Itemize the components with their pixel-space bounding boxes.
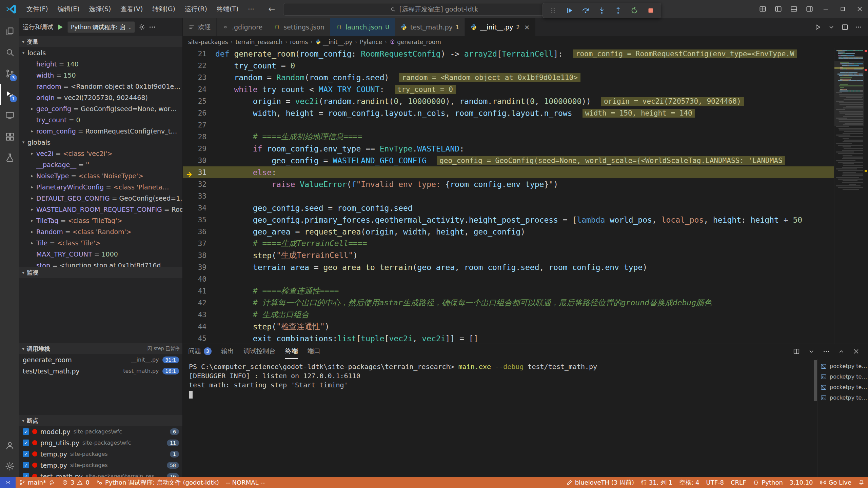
maximize-button[interactable] xyxy=(834,0,851,18)
menu-1[interactable]: 编辑(E) xyxy=(53,0,84,18)
code-line[interactable]: 33 xyxy=(183,190,834,202)
call-stack-section-header[interactable]: ▾ 调用堆栈 因 step 已暂停 xyxy=(19,343,182,354)
variable-row[interactable]: __package__='' xyxy=(19,159,182,170)
variable-row[interactable]: ▸TileTag=<class 'TileTag'> xyxy=(19,215,182,226)
code-line[interactable]: 36 geo_area = request_area(origin, width… xyxy=(183,226,834,238)
menu-5[interactable]: 运行(R) xyxy=(180,0,212,18)
code-line[interactable]: 41 # ====检查连通性==== xyxy=(183,285,834,297)
command-center[interactable]: [远程开发宿主] godot-ldtk xyxy=(283,3,585,16)
status-bell[interactable] xyxy=(855,477,868,488)
status-errors-3[interactable]: 30 xyxy=(58,477,93,488)
code-line[interactable]: 42 # 计算每一个出口的中心，然后使用astar生成路径，确保每一个出口组合都… xyxy=(183,297,834,309)
terminal[interactable]: PS C:\computer_science\godot-ldtk\site-p… xyxy=(183,359,814,477)
restart-button[interactable] xyxy=(627,4,642,17)
terminal-list-item[interactable]: pocketpy te… xyxy=(817,392,868,403)
variables-section-header[interactable]: ▾ 变量 xyxy=(19,36,182,47)
variable-row[interactable]: ▸room_config=RoomRequestConfig(env_t… xyxy=(19,125,182,137)
panel-tab-端口[interactable]: 端口 xyxy=(308,344,320,359)
chevron-down-button[interactable] xyxy=(825,18,837,36)
code-line[interactable]: 31 else: xyxy=(183,166,834,178)
tab-settings.json[interactable]: {}settings.json xyxy=(268,18,330,36)
activity-search[interactable] xyxy=(0,42,19,63)
back-icon[interactable]: ← xyxy=(268,4,275,14)
minimize-button[interactable] xyxy=(817,0,834,18)
menu-3[interactable]: 查看(V) xyxy=(116,0,148,18)
layout-sidebar-right-button[interactable] xyxy=(802,0,817,18)
status-braces-Python[interactable]: {}Python xyxy=(749,477,786,488)
step-into-button[interactable] xyxy=(594,4,609,17)
variable-row[interactable]: origin=vec2i(7205730, 9024468) xyxy=(19,92,182,103)
chevron-down-button[interactable] xyxy=(805,345,818,358)
code-line[interactable]: 23 random = Random(room_config.seed)rand… xyxy=(183,72,834,83)
status-text-3.10.10[interactable]: 3.10.10 xyxy=(786,477,816,488)
variable-row[interactable]: ▸Tile=<class 'Tile'> xyxy=(19,237,182,248)
status-remote-indicator[interactable] xyxy=(0,477,16,488)
code-line[interactable]: 22 try_count = 0 xyxy=(183,60,834,72)
activity-explorer[interactable] xyxy=(0,21,19,42)
split-editor-button[interactable] xyxy=(839,18,851,36)
step-out-button[interactable] xyxy=(611,4,626,17)
stop-button[interactable] xyxy=(643,4,658,17)
activity-settings[interactable] xyxy=(0,456,19,477)
variable-row[interactable]: try_count=0 xyxy=(19,114,182,125)
code-editor[interactable]: 21def generate_room(room_config: RoomReq… xyxy=(183,48,868,344)
variable-row[interactable]: height=140 xyxy=(19,58,182,69)
code-line[interactable]: 35 geo_config.primary_forces.geothermal_… xyxy=(183,214,834,226)
layout-sidebar-left-button[interactable] xyxy=(770,0,786,18)
status-text-UTF-8[interactable]: UTF-8 xyxy=(703,477,727,488)
panel-tab-输出[interactable]: 输出 xyxy=(221,344,234,359)
breakpoint-row[interactable]: ✓test_math.pysite-packages\terrain_res…1… xyxy=(19,471,182,477)
layout-panel-button[interactable] xyxy=(786,0,802,18)
variable-row[interactable]: ▸Random=<class 'Random'> xyxy=(19,226,182,237)
close-tab-icon[interactable]: × xyxy=(524,23,530,31)
menu-2[interactable]: 选择(S) xyxy=(84,0,116,18)
status-text-空格: 4[interactable]: 空格: 4 xyxy=(676,477,703,488)
stack-frame[interactable]: generate_room__init__.py31:1 xyxy=(19,354,182,365)
code-line[interactable]: 44 step("检查连通性") xyxy=(183,321,834,332)
status-broadcast-Go Live[interactable]: Go Live xyxy=(816,477,855,488)
activity-source-control[interactable]: 3 xyxy=(0,63,19,84)
close-button[interactable] xyxy=(851,0,868,18)
tab-__init__.py[interactable]: __init__.py2× xyxy=(465,18,535,36)
code-line[interactable]: 26 width, height = room_config.layout.n_… xyxy=(183,107,834,119)
more-button[interactable] xyxy=(820,345,833,358)
code-line[interactable]: 37 # ====生成TerrainCell==== xyxy=(183,238,834,249)
status-text--- NORMAL --[interactable]: -- NORMAL -- xyxy=(222,477,268,488)
debug-config-select[interactable]: Python 调试程序: 启 ⌄ xyxy=(67,21,135,33)
code-line[interactable]: 32 raise ValueError(f"Invalid env type: … xyxy=(183,178,834,190)
activity-remote-explorer[interactable] xyxy=(0,105,19,126)
chevron-up-button[interactable] xyxy=(835,345,848,358)
code-line[interactable]: 34 geo_config.seed = room_config.seed xyxy=(183,202,834,214)
menu-7[interactable]: ··· xyxy=(243,0,259,18)
menu-6[interactable]: 终端(T) xyxy=(212,0,243,18)
terminal-list-item[interactable]: pocketpy te… xyxy=(817,371,868,382)
checkbox-checked[interactable]: ✓ xyxy=(23,451,29,457)
code-line[interactable]: 45 exit_combinations:list[tuple[vec2i, v… xyxy=(183,332,834,344)
breakpoint-row[interactable]: ✓png_utils.pysite-packages\wfc11 xyxy=(19,437,182,448)
variable-row[interactable]: ▸NoiseType=<class 'NoiseType'> xyxy=(19,170,182,181)
tab-test_math.py[interactable]: test_math.py1 xyxy=(395,18,465,36)
breakpoint-row[interactable]: ✓temp.pysite-packages58 xyxy=(19,460,182,471)
terminal-scrollbar[interactable] xyxy=(814,359,817,477)
variable-row[interactable]: ▸PlanetaryWindConfig=<class 'Planeta… xyxy=(19,181,182,192)
activity-testing[interactable] xyxy=(0,147,19,168)
checkbox-checked[interactable]: ✓ xyxy=(23,428,29,435)
gear-icon[interactable] xyxy=(138,23,145,31)
status-debug-start-Python 调试程序:[interactable]: Python 调试程序: 启动文件 (godot-ldtk) xyxy=(93,477,222,488)
breadcrumb-item[interactable]: site-packages xyxy=(188,39,228,45)
checkbox-checked[interactable]: ✓ xyxy=(23,462,29,468)
run-button[interactable] xyxy=(812,18,824,36)
checkbox-checked[interactable]: ✓ xyxy=(23,473,29,477)
code-line[interactable]: 30 geo_config = WASTELAND_GEO_CONFIGgeo_… xyxy=(183,155,834,166)
terminal-list-item[interactable]: pocketpy te… xyxy=(817,382,868,392)
watch-section-header[interactable]: ▾ 监视 xyxy=(19,267,182,278)
start-debug-icon[interactable] xyxy=(56,23,64,31)
panel-tab-问题[interactable]: 问题3 xyxy=(188,344,212,359)
more-actions-icon[interactable] xyxy=(149,23,156,31)
status-git-branch-main*[interactable]: main* xyxy=(16,477,58,488)
code-line[interactable]: 27 xyxy=(183,119,834,131)
variable-row[interactable]: ▸WASTELAND_ROOM_REQUEST_CONFIG=RoomR… xyxy=(19,204,182,215)
scope-row[interactable]: ▾globals xyxy=(19,137,182,148)
activity-extensions[interactable] xyxy=(0,126,19,147)
scope-row[interactable]: ▾locals xyxy=(19,47,182,58)
